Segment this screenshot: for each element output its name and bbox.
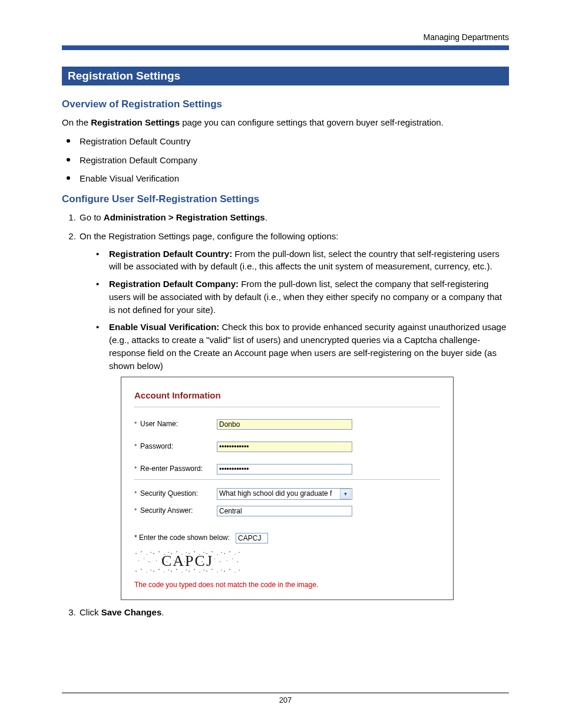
list-item: Registration Default Country (62, 135, 509, 148)
text-bold: Save Changes (101, 607, 162, 617)
page-footer: 207 (62, 693, 509, 704)
running-header: Managing Departments (62, 32, 509, 42)
repassword-input[interactable] (217, 464, 352, 475)
required-mark: * (134, 465, 140, 474)
captcha-image: CAPCJ (134, 548, 240, 574)
overview-intro: On the Registration Settings page you ca… (62, 116, 509, 129)
text: Go to (80, 212, 104, 222)
list-item: Registration Default Company: From the p… (96, 278, 509, 316)
secq-label: Security Question: (140, 489, 217, 499)
list-item: Registration Default Company (62, 154, 509, 167)
seca-label: Security Answer: (140, 506, 217, 516)
seca-row: * Security Answer: (134, 506, 440, 516)
page-number: 207 (279, 696, 292, 704)
header-divider (62, 45, 509, 50)
captcha-input[interactable] (236, 533, 268, 543)
password-input[interactable] (217, 442, 352, 452)
embedded-screenshot: Account Information * User Name: * Passw… (121, 377, 454, 600)
captcha-error-text: The code you typed does not match the co… (134, 580, 440, 590)
feature-bullets: Registration Default Country Registratio… (62, 135, 509, 185)
required-mark: * (134, 506, 140, 516)
captcha-prompt: * Enter the code shown below: (134, 533, 230, 543)
text: On the Registration Settings page, confi… (80, 231, 338, 241)
text-bold: Registration Default Country: (109, 249, 232, 259)
secq-selected-text: What high school did you graduate f (219, 489, 340, 499)
password-label: Password: (140, 442, 217, 452)
configure-steps: Go to Administration > Registration Sett… (62, 211, 509, 619)
required-mark: * (134, 442, 140, 452)
text-bold: Enable Visual Verification: (109, 322, 219, 332)
dotted-divider (134, 479, 440, 480)
text: . (265, 212, 267, 222)
option-sublist: Registration Default Country: From the p… (96, 248, 509, 373)
required-mark: * (134, 420, 140, 429)
step-item: Go to Administration > Registration Sett… (78, 211, 509, 224)
repassword-label: Re-enter Password: (140, 464, 217, 474)
text-bold: Registration Settings (91, 117, 180, 127)
text: . (161, 607, 164, 617)
list-item: Enable Visual Verification (62, 172, 509, 185)
captcha-row: * Enter the code shown below: (134, 533, 440, 543)
chevron-down-icon: ▾ (340, 489, 351, 499)
document-page: Managing Departments Registration Settin… (0, 0, 562, 728)
required-mark: * (134, 489, 140, 499)
text: page you can configure settings that gov… (180, 117, 444, 127)
secq-row: * Security Question: What high school di… (134, 488, 440, 500)
overview-heading: Overview of Registration Settings (62, 98, 509, 110)
account-info-heading: Account Information (134, 389, 440, 402)
dotted-divider (134, 407, 440, 407)
text-bold: Registration Default Company: (109, 279, 239, 289)
list-item: Registration Default Country: From the p… (96, 248, 509, 274)
username-input[interactable] (217, 419, 352, 430)
step-item: Click Save Changes. (78, 606, 509, 619)
repassword-row: * Re-enter Password: (134, 464, 440, 475)
text: On the (62, 117, 91, 127)
username-row: * User Name: (134, 419, 440, 430)
username-label: User Name: (140, 419, 217, 429)
secq-select[interactable]: What high school did you graduate f ▾ (217, 488, 352, 500)
step-item: On the Registration Settings page, confi… (78, 230, 509, 601)
section-title: Registration Settings (62, 67, 509, 85)
text-bold: Administration > Registration Settings (104, 212, 265, 222)
seca-input[interactable] (217, 506, 352, 516)
list-item: Enable Visual Verification: Check this b… (96, 321, 509, 372)
configure-heading: Configure User Self-Registration Setting… (62, 193, 509, 205)
password-row: * Password: (134, 442, 440, 452)
text: Click (80, 607, 101, 617)
